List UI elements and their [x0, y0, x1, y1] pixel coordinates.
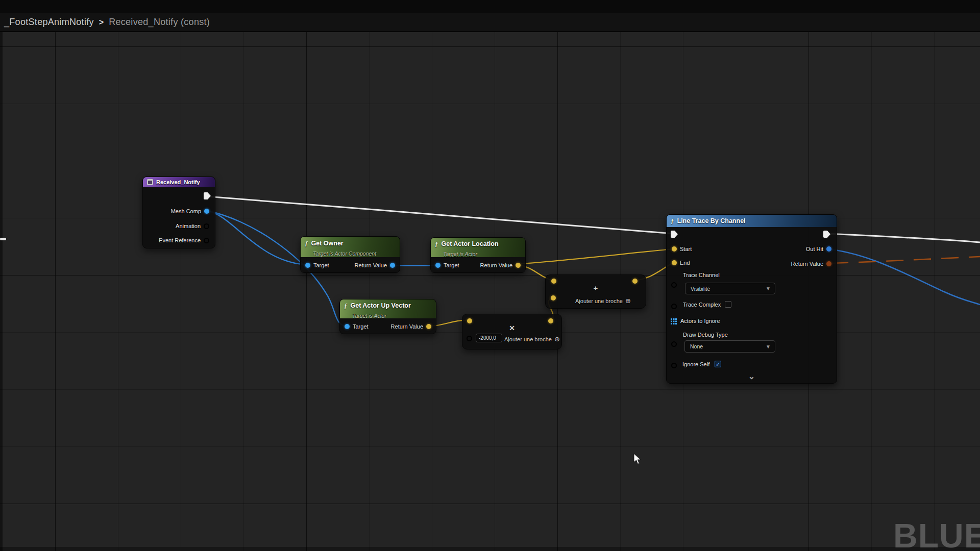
array-pin-icon[interactable] [671, 318, 677, 324]
exec-out-pin[interactable] [823, 231, 830, 238]
draw-debug-type-pin[interactable] [671, 341, 677, 347]
end-pin[interactable] [672, 260, 677, 265]
node-title: Get Owner [311, 240, 344, 247]
pin-label-mesh-comp: Mesh Comp [171, 208, 201, 214]
return-value-pin[interactable] [390, 263, 395, 268]
pin-label-out-hit: Out Hit [806, 246, 823, 252]
chevron-down-icon: ▼ [766, 286, 771, 291]
trace-complex-checkbox[interactable] [725, 301, 731, 308]
trace-channel-dropdown[interactable]: Visibilité ▼ [685, 283, 775, 294]
expand-node-chevron[interactable]: ⌄ [667, 374, 837, 379]
breadcrumb: _FootStepAnimNotify > Received_Notify (c… [0, 13, 980, 32]
add-pin-button[interactable]: Ajouter une broche ⊕ [575, 297, 631, 305]
target-pin[interactable] [345, 324, 350, 329]
trace-channel-value: Visibilité [691, 286, 710, 292]
node-title: Line Trace By Channel [677, 217, 746, 224]
node-subtitle: Target is Actor [344, 313, 432, 318]
breadcrumb-current[interactable]: Received_Notify (const) [109, 17, 210, 28]
node-multiply[interactable]: ✕ -2000,0 Ajouter une broche ⊕ [462, 314, 562, 349]
node-title: Get Actor Location [442, 240, 499, 247]
multiply-output-pin[interactable] [548, 318, 553, 323]
node-get-actor-location[interactable]: ƒ Get Actor Location Target is Actor Tar… [430, 237, 526, 273]
add-pin-icon: ⊕ [554, 335, 560, 343]
watermark-text: BLUEPRINT [893, 516, 980, 551]
add-pin-label: Ajouter une broche [575, 298, 623, 304]
ignore-self-pin[interactable] [671, 363, 677, 368]
pin-label-return-value: Return Value [791, 261, 823, 267]
node-header-get-owner[interactable]: ƒ Get Owner Target is Actor Component [301, 237, 400, 257]
node-title: Received_Notify [156, 179, 200, 185]
anim-notify-event-icon [147, 179, 153, 185]
add-input-a-pin[interactable] [551, 279, 556, 284]
animation-pin[interactable] [204, 223, 209, 229]
start-pin[interactable] [672, 246, 677, 252]
pin-label-return-value: Return Value [355, 262, 387, 268]
trace-complex-pin[interactable] [671, 304, 677, 309]
add-pin-label: Ajouter une broche [504, 336, 552, 342]
pin-label-target: Target [313, 262, 329, 268]
function-icon: ƒ [671, 217, 674, 225]
node-subtitle: Target is Actor Component [305, 251, 396, 257]
function-icon: ƒ [344, 302, 348, 310]
pin-label-start: Start [680, 246, 692, 252]
node-line-trace-by-channel[interactable]: ƒ Line Trace By Channel Start End Out Hi… [666, 214, 837, 384]
add-pin-button[interactable]: Ajouter une broche ⊕ [504, 335, 560, 343]
breadcrumb-parent[interactable]: _FootStepAnimNotify [4, 17, 94, 28]
draw-debug-type-dropdown[interactable]: None ▼ [684, 340, 775, 353]
trace-channel-label: Trace Channel [683, 272, 720, 278]
add-input-b-pin[interactable] [551, 295, 556, 300]
breadcrumb-separator-icon: > [99, 18, 104, 27]
exec-out-pin[interactable] [204, 192, 211, 199]
node-add[interactable]: + Ajouter une broche ⊕ [545, 274, 646, 309]
node-header-get-actor-location[interactable]: ƒ Get Actor Location Target is Actor [431, 238, 525, 257]
node-header-get-actor-up-vector[interactable]: ƒ Get Actor Up Vector Target is Actor [340, 299, 436, 318]
function-icon: ƒ [435, 240, 438, 248]
add-output-pin[interactable] [632, 279, 638, 284]
pin-label-return-value: Return Value [480, 262, 512, 268]
target-pin[interactable] [305, 263, 310, 268]
target-pin[interactable] [435, 263, 440, 268]
node-received-notify[interactable]: Received_Notify Mesh Comp Animation Even… [142, 177, 215, 248]
return-value-pin[interactable] [516, 263, 521, 268]
mouse-cursor-icon [633, 453, 643, 465]
window-top-strip [0, 0, 980, 13]
ignore-self-label: Ignore Self [682, 361, 709, 367]
pin-label-end: End [680, 260, 690, 266]
pin-label-event-reference: Event Reference [159, 237, 201, 243]
pin-label-return-value: Return Value [391, 323, 423, 330]
ignore-self-checkbox[interactable]: ✓ [715, 361, 721, 367]
pin-label-animation: Animation [176, 223, 201, 229]
multiply-operator: ✕ [462, 324, 561, 332]
return-value-pin[interactable] [426, 324, 431, 329]
out-hit-pin[interactable] [826, 246, 831, 252]
trace-channel-pin[interactable] [671, 282, 677, 288]
node-subtitle: Target is Actor [435, 251, 521, 257]
multiply-input-a-pin[interactable] [467, 318, 472, 323]
event-reference-pin[interactable] [204, 238, 209, 243]
function-icon: ƒ [305, 239, 308, 247]
node-header-received-notify[interactable]: Received_Notify [143, 177, 215, 187]
node-header-line-trace[interactable]: ƒ Line Trace By Channel [667, 215, 837, 227]
trace-complex-label: Trace Complex [683, 302, 721, 308]
node-get-actor-up-vector[interactable]: ƒ Get Actor Up Vector Target is Actor Ta… [339, 299, 436, 334]
pin-label-target: Target [444, 262, 459, 268]
draw-debug-type-value: None [690, 343, 703, 349]
exec-in-pin[interactable] [671, 231, 678, 238]
return-value-pin[interactable] [826, 261, 831, 266]
draw-debug-type-label: Draw Debug Type [683, 332, 728, 338]
pin-label-target: Target [353, 323, 369, 330]
actors-to-ignore-label: Actors to Ignore [680, 318, 720, 324]
mesh-comp-pin[interactable] [204, 209, 209, 214]
node-get-owner[interactable]: ƒ Get Owner Target is Actor Component Ta… [300, 236, 400, 273]
add-pin-icon: ⊕ [625, 297, 631, 305]
chevron-down-icon: ▼ [766, 344, 771, 349]
add-operator: + [546, 284, 646, 292]
node-title: Get Actor Up Vector [351, 302, 411, 309]
multiply-value-input[interactable]: -2000,0 [476, 334, 502, 342]
multiply-input-b-pin[interactable] [467, 336, 472, 341]
